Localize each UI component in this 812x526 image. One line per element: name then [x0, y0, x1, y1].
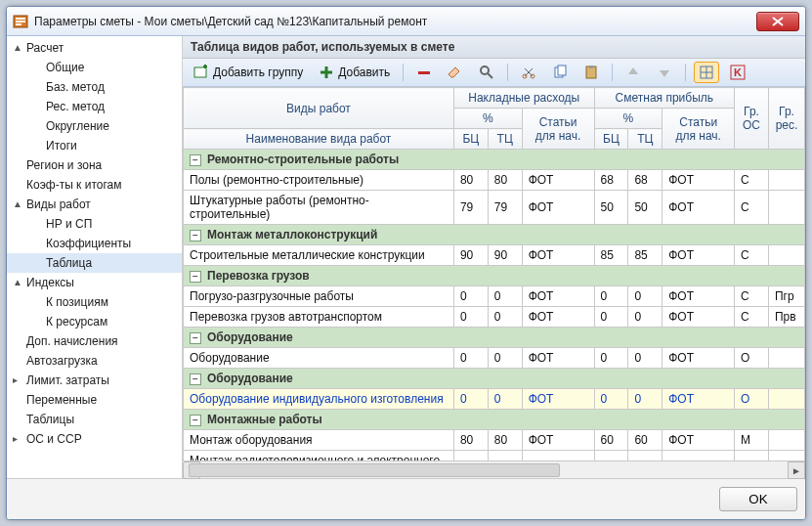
group-row[interactable]: −Перевозка грузов [184, 266, 805, 286]
cell-oh-art[interactable]: ФОТ [522, 191, 594, 225]
cell-pr-bc[interactable]: 0 [594, 286, 628, 307]
collapse-icon[interactable]: − [190, 373, 201, 385]
cell-oh-art[interactable]: ФОТ [522, 389, 594, 410]
grid-area[interactable]: Виды работ Накладные расходы Сметная при… [183, 87, 805, 460]
cell-pr-art[interactable]: ФОТ [662, 191, 735, 225]
cell-pr-bc[interactable]: 65 [594, 451, 628, 461]
cell-oh-art[interactable]: ФОТ [522, 170, 594, 191]
table-row[interactable]: Погрузо-разгрузочные работы00ФОТ00ФОТСПг… [184, 286, 805, 307]
cell-oh-tc[interactable]: 0 [488, 348, 522, 369]
sidebar-item-0[interactable]: ▲Расчет [7, 38, 182, 58]
sidebar-item-15[interactable]: Доп. начисления [7, 331, 182, 351]
col-overhead[interactable]: Накладные расходы [453, 88, 594, 109]
cell-pr-art[interactable]: ФОТ [662, 451, 735, 461]
collapse-icon[interactable]: − [190, 332, 201, 344]
cell-oh-bc[interactable]: 0 [453, 348, 488, 369]
cell-oh-tc[interactable]: 80 [488, 430, 522, 451]
paste-button[interactable] [578, 62, 604, 83]
expand-icon[interactable]: ▲ [13, 198, 22, 209]
cell-pr-bc[interactable]: 0 [594, 389, 628, 410]
col-oh-articles[interactable]: Статьи для нач. [522, 109, 594, 150]
col-work-types[interactable]: Виды работ [184, 88, 454, 129]
move-up-button[interactable] [620, 62, 646, 83]
cell-oh-tc[interactable]: 92 [488, 451, 522, 461]
cell-pr-tc[interactable]: 0 [628, 286, 662, 307]
col-pr-percent[interactable]: % [594, 109, 662, 129]
cell-pr-art[interactable]: ФОТ [662, 170, 735, 191]
cell-gres[interactable] [768, 430, 804, 451]
cut-button[interactable] [516, 62, 541, 83]
cell-name[interactable]: Перевозка грузов автотранспортом [184, 307, 454, 328]
table-row[interactable]: Оборудование индивидуального изготовлени… [184, 389, 805, 410]
cell-gres[interactable] [768, 170, 804, 191]
sidebar-item-4[interactable]: Округление [7, 116, 182, 136]
cell-gos[interactable]: С [735, 307, 769, 328]
sidebar-item-1[interactable]: Общие [7, 58, 182, 77]
cell-gos[interactable]: С [735, 191, 769, 225]
sidebar-item-17[interactable]: ▸Лимит. затраты [7, 371, 182, 390]
expand-icon[interactable]: ▲ [13, 277, 22, 287]
cell-oh-bc[interactable]: 0 [453, 307, 488, 328]
add-group-button[interactable]: Добавить группу [189, 62, 308, 83]
col-oh-tc[interactable]: ТЦ [488, 129, 522, 150]
cell-pr-bc[interactable]: 0 [594, 348, 628, 369]
cell-pr-tc[interactable]: 68 [628, 170, 662, 191]
sidebar-item-5[interactable]: Итоги [7, 136, 182, 155]
cell-gos[interactable]: М [735, 430, 769, 451]
sidebar-item-2[interactable]: Баз. метод [7, 77, 182, 97]
add-button[interactable]: Добавить [314, 62, 395, 83]
col-name[interactable]: Наименование вида работ [184, 129, 454, 150]
col-pr-bc[interactable]: БЦ [594, 129, 628, 150]
collapse-icon[interactable]: − [190, 271, 201, 283]
toggle-view-button[interactable] [694, 62, 719, 83]
cell-oh-bc[interactable]: 80 [453, 430, 488, 451]
cell-gos[interactable]: С [735, 170, 769, 191]
table-row[interactable]: Монтаж радиотелевизионного и электронног… [184, 451, 805, 461]
cell-pr-bc[interactable]: 0 [594, 307, 628, 328]
group-row[interactable]: −Оборудование [184, 328, 805, 348]
cell-pr-bc[interactable]: 60 [594, 430, 628, 451]
sidebar-item-12[interactable]: ▲Индексы [7, 273, 182, 292]
cell-gres[interactable] [768, 389, 804, 410]
cell-name[interactable]: Полы (ремонтно-строительные) [184, 170, 454, 191]
cell-pr-art[interactable]: ФОТ [662, 245, 735, 266]
table-row[interactable]: Штукатурные работы (ремонтно-строительны… [184, 191, 805, 225]
expand-icon[interactable]: ▸ [13, 374, 22, 385]
cell-gres[interactable] [768, 451, 804, 461]
cell-gos[interactable]: С [735, 286, 769, 307]
search-button[interactable] [474, 62, 499, 83]
collapse-icon[interactable]: − [190, 415, 201, 426]
cell-pr-art[interactable]: ФОТ [662, 389, 735, 410]
cell-oh-bc[interactable]: 0 [453, 286, 488, 307]
ok-button[interactable]: OK [719, 487, 797, 511]
table-row[interactable]: Монтаж оборудования8080ФОТ6060ФОТМ [184, 430, 805, 451]
cell-pr-tc[interactable]: 0 [628, 348, 662, 369]
cell-name[interactable]: Монтаж оборудования [184, 430, 454, 451]
cell-pr-tc[interactable]: 0 [628, 389, 662, 410]
sidebar-item-10[interactable]: Коэффициенты [7, 234, 182, 253]
sidebar-item-6[interactable]: Регион и зона [7, 155, 182, 175]
horizontal-scrollbar[interactable]: ◄ ► [183, 460, 805, 478]
col-pr-tc[interactable]: ТЦ [628, 129, 662, 150]
cell-oh-bc[interactable]: 80 [453, 170, 488, 191]
cell-oh-bc[interactable]: 0 [453, 389, 488, 410]
cell-gres[interactable]: Прв [768, 307, 804, 328]
expand-icon[interactable]: ▲ [13, 42, 22, 53]
cell-gos[interactable]: С [735, 245, 769, 266]
cell-pr-tc[interactable]: 60 [628, 430, 662, 451]
cell-pr-tc[interactable]: 50 [628, 191, 662, 225]
erase-button[interactable] [443, 62, 468, 83]
copy-button[interactable] [547, 62, 573, 83]
cell-name[interactable]: Оборудование индивидуального изготовлени… [184, 389, 454, 410]
cell-oh-bc[interactable]: 90 [453, 245, 488, 266]
cell-oh-art[interactable]: ФОТ [522, 245, 594, 266]
cell-oh-bc[interactable]: 92 [453, 451, 488, 461]
cell-pr-art[interactable]: ФОТ [662, 286, 735, 307]
cell-oh-art[interactable]: ФОТ [522, 307, 594, 328]
cell-gres[interactable]: Пгр [768, 286, 804, 307]
coefficient-button[interactable]: K [725, 62, 750, 83]
cell-oh-tc[interactable]: 90 [488, 245, 522, 266]
cell-name[interactable]: Монтаж радиотелевизионного и электронног… [184, 451, 454, 461]
sidebar-item-3[interactable]: Рес. метод [7, 97, 182, 116]
group-row[interactable]: −Монтажные работы [184, 410, 805, 430]
